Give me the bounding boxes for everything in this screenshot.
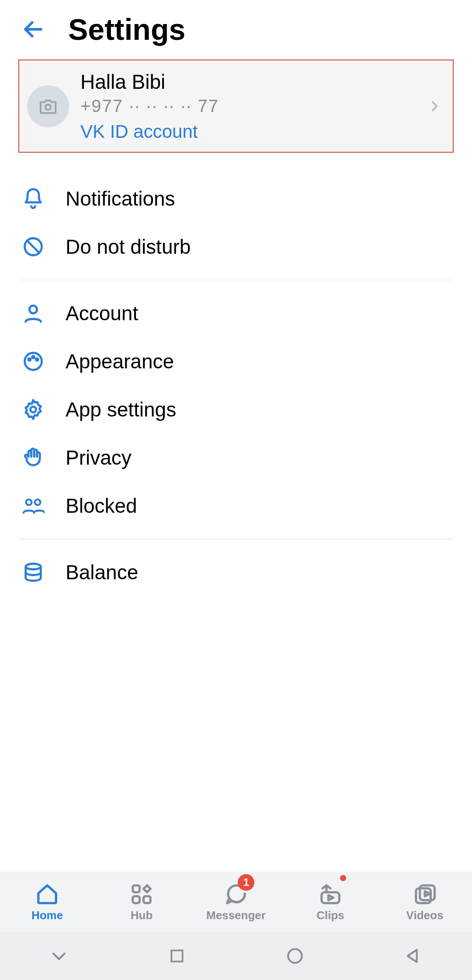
hub-icon <box>129 882 154 907</box>
divider <box>19 280 453 280</box>
settings-item-label: Balance <box>66 560 138 584</box>
tab-label: Home <box>31 909 63 922</box>
bottom-nav: Home Hub 1 Messenger Clips Vide <box>0 872 472 932</box>
sys-back-button[interactable] <box>400 943 426 969</box>
svg-line-3 <box>27 241 39 253</box>
back-button[interactable] <box>20 16 46 42</box>
person-icon <box>22 302 45 325</box>
videos-icon <box>412 882 437 907</box>
profile-phone: +977 ·· ·· ·· ·· 77 <box>80 96 416 116</box>
svg-point-12 <box>26 564 41 570</box>
settings-item-label: Account <box>66 301 138 325</box>
settings-screen: Settings Halla Bibi +977 ·· ·· ·· ·· 77 … <box>0 0 472 980</box>
system-nav <box>0 932 472 980</box>
svg-rect-18 <box>171 950 182 961</box>
profile-card[interactable]: Halla Bibi +977 ·· ·· ·· ·· 77 VK ID acc… <box>18 60 454 153</box>
svg-point-9 <box>31 407 36 413</box>
svg-rect-13 <box>133 885 140 892</box>
settings-item-dnd[interactable]: Do not disturb <box>0 223 472 271</box>
arrow-left-icon <box>21 18 45 41</box>
settings-list: Notifications Do not disturb Account App… <box>0 153 472 872</box>
header: Settings <box>0 0 472 60</box>
settings-item-privacy[interactable]: Privacy <box>0 434 472 482</box>
svg-point-11 <box>35 500 41 505</box>
svg-point-7 <box>32 356 34 358</box>
chevron-down-icon <box>49 946 69 966</box>
svg-point-19 <box>288 949 302 963</box>
settings-item-balance[interactable]: Balance <box>0 548 472 596</box>
palette-icon <box>22 350 45 373</box>
tab-clips[interactable]: Clips <box>283 872 378 932</box>
settings-item-blocked[interactable]: Blocked <box>0 482 472 530</box>
svg-rect-14 <box>133 896 140 903</box>
svg-rect-15 <box>144 896 151 903</box>
home-icon <box>35 882 60 907</box>
tab-hub[interactable]: Hub <box>94 872 189 932</box>
messenger-badge: 1 <box>238 874 254 891</box>
sys-home-button[interactable] <box>282 943 308 969</box>
camera-icon <box>38 96 58 116</box>
svg-point-10 <box>26 500 32 505</box>
page-title: Settings <box>68 12 185 46</box>
divider <box>19 539 453 539</box>
settings-item-notifications[interactable]: Notifications <box>0 175 472 223</box>
clips-icon <box>318 882 343 907</box>
people-icon <box>22 494 45 517</box>
settings-item-label: Appearance <box>66 350 174 373</box>
tab-label: Clips <box>316 909 344 922</box>
tab-label: Videos <box>406 909 444 922</box>
profile-name: Halla Bibi <box>80 70 416 94</box>
settings-item-label: Privacy <box>66 446 132 469</box>
svg-point-6 <box>28 358 31 360</box>
square-icon <box>169 948 185 964</box>
settings-item-label: Blocked <box>66 494 137 518</box>
clips-dot <box>340 875 346 881</box>
svg-point-4 <box>29 306 37 313</box>
gear-icon <box>22 398 45 421</box>
tab-home[interactable]: Home <box>0 872 94 932</box>
sys-overview-button[interactable] <box>164 943 190 969</box>
tab-label: Messenger <box>206 909 266 922</box>
coins-icon <box>22 561 45 584</box>
svg-point-8 <box>36 358 38 360</box>
chevron-right-icon <box>427 96 441 116</box>
tab-messenger[interactable]: 1 Messenger <box>189 872 283 932</box>
profile-text: Halla Bibi +977 ·· ·· ·· ·· 77 VK ID acc… <box>80 70 416 142</box>
svg-marker-20 <box>408 950 417 962</box>
settings-item-label: Notifications <box>66 187 175 210</box>
settings-item-label: App settings <box>66 398 176 421</box>
triangle-left-icon <box>404 947 422 965</box>
circle-icon <box>286 947 304 965</box>
sys-recent-button[interactable] <box>46 943 72 969</box>
tab-label: Hub <box>131 909 153 922</box>
settings-item-account[interactable]: Account <box>0 289 472 337</box>
settings-item-appearance[interactable]: Appearance <box>0 337 472 385</box>
avatar[interactable] <box>27 85 69 127</box>
vk-id-link[interactable]: VK ID account <box>80 121 416 142</box>
hand-icon <box>22 446 45 469</box>
no-sign-icon <box>22 235 45 258</box>
tab-videos[interactable]: Videos <box>378 872 472 932</box>
svg-point-1 <box>45 104 51 109</box>
settings-item-app-settings[interactable]: App settings <box>0 385 472 434</box>
settings-item-label: Do not disturb <box>66 235 191 259</box>
bell-icon <box>22 187 45 210</box>
